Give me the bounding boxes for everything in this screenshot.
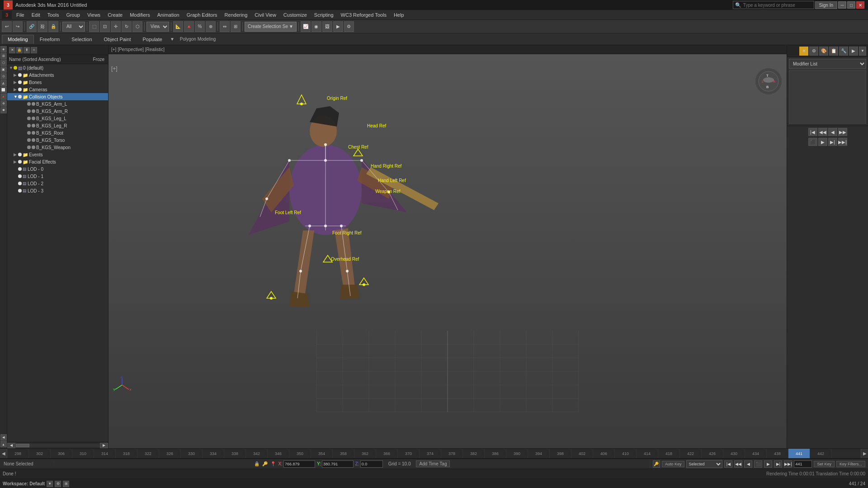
pb-stop[interactable]: ⬛ [754, 460, 762, 468]
timeline-prev[interactable]: ◀ [0, 449, 7, 459]
pb-prev-key[interactable]: ◀◀ [734, 460, 742, 468]
tb-align[interactable]: ⊞ [231, 21, 241, 32]
left-icon-8[interactable]: 🔺 [0, 94, 7, 100]
tl-441-current[interactable]: 441 [788, 449, 810, 459]
tl-342[interactable]: 342 [246, 449, 268, 459]
tl-302[interactable]: 302 [29, 449, 51, 459]
search-field[interactable] [743, 3, 807, 8]
select-filter-dropdown[interactable]: All [62, 22, 85, 32]
left-icon-2[interactable]: ⊞ [0, 53, 7, 59]
tl-326[interactable]: 326 [159, 449, 181, 459]
maximize-btn[interactable]: □ [847, 1, 855, 9]
tree-item-collision[interactable]: ▼ 📁 Collision Objects [7, 93, 108, 100]
tree-item-default[interactable]: ▼ ▤ 0 (default) [7, 64, 108, 71]
menu-help[interactable]: Help [390, 11, 408, 19]
menu-animation[interactable]: Animation [154, 11, 183, 19]
tree-item-lod0[interactable]: ▤ LOD - 0 [7, 165, 108, 173]
rp-icon4[interactable]: 📋 [829, 47, 838, 56]
tree-item-weapon[interactable]: B_KGS_Weapon [7, 144, 108, 151]
menu-scripting[interactable]: Scripting [311, 11, 337, 19]
y-input[interactable] [322, 460, 354, 468]
z-input[interactable] [360, 460, 383, 468]
tab-selection[interactable]: Selection [66, 35, 98, 44]
tl-406[interactable]: 406 [593, 449, 615, 459]
tab-freeform[interactable]: Freeform [34, 35, 66, 44]
rp-play-4[interactable]: ▶| [828, 138, 837, 146]
tl-366[interactable]: 366 [376, 449, 398, 459]
tb-mirror[interactable]: ⇔ [220, 21, 230, 32]
tb-spinner-snap[interactable]: ⊕ [206, 21, 216, 32]
tb-render3[interactable]: ⚙ [344, 21, 354, 32]
menu-edit[interactable]: Edit [28, 11, 44, 19]
tree-item-root[interactable]: B_KGS_Root [7, 129, 108, 136]
menu-tools[interactable]: Tools [44, 11, 63, 19]
rp-play-2[interactable]: ⬛ [808, 138, 817, 146]
tl-414[interactable]: 414 [637, 449, 658, 459]
tb-snap[interactable]: 📐 [173, 21, 183, 32]
tl-386[interactable]: 386 [485, 449, 506, 459]
left-icon-7[interactable]: ⬜ [0, 87, 7, 93]
tl-370[interactable]: 370 [398, 449, 420, 459]
key-icon[interactable]: 🔑 [262, 461, 268, 467]
tl-382[interactable]: 382 [463, 449, 485, 459]
search-input-container[interactable]: 🔍 [733, 1, 814, 9]
set-key-btn[interactable]: Set Key [814, 461, 835, 467]
pb-prev[interactable]: ◀ [744, 460, 752, 468]
tl-402[interactable]: 402 [571, 449, 593, 459]
tl-318[interactable]: 318 [116, 449, 137, 459]
pb-first[interactable]: |◀ [724, 460, 732, 468]
pb-play[interactable]: ▶ [764, 460, 772, 468]
tl-394[interactable]: 394 [528, 449, 550, 459]
pb-last[interactable]: ▶▶| [784, 460, 792, 468]
tab-modeling[interactable]: Modeling [2, 35, 34, 44]
rp-play-first[interactable]: |◀ [808, 128, 817, 136]
rp-play-pause[interactable]: ▶▶ [838, 128, 847, 136]
left-icon-3[interactable]: ⬡ [0, 60, 7, 66]
left-icon-10[interactable]: ✱ [0, 107, 7, 113]
tree-item-cameras[interactable]: ▶ 📁 Cameras [7, 86, 108, 93]
tl-398[interactable]: 398 [550, 449, 571, 459]
autokey-btn[interactable]: Auto Key [662, 461, 685, 467]
coord-icon[interactable]: 📍 [270, 461, 276, 467]
tree-item-lod1[interactable]: ▤ LOD - 1 [7, 173, 108, 180]
tb-select[interactable]: ⬚ [89, 21, 99, 32]
tree-item-lod3[interactable]: ▤ LOD - 3 [7, 187, 108, 194]
tl-330[interactable]: 330 [181, 449, 203, 459]
close-btn[interactable]: ✕ [856, 1, 864, 9]
scene-panel-add[interactable]: + [31, 47, 37, 53]
tb-angle-snap[interactable]: 🔺 [184, 21, 194, 32]
menu-civil-view[interactable]: Civil View [251, 11, 279, 19]
viewport-canvas[interactable]: Origin Ref Head Ref Chest Ref Hand Right… [108, 54, 787, 448]
tree-item-torso[interactable]: B_KGS_Torso [7, 136, 108, 144]
add-time-tag-btn[interactable]: Add Time Tag [416, 460, 450, 467]
tree-item-arm-l[interactable]: B_KGS_Arm_L [7, 100, 108, 108]
tl-298[interactable]: 298 [7, 449, 29, 459]
tree-item-events[interactable]: ▶ 📁 Events [7, 151, 108, 158]
left-icon-bottom1[interactable]: ◀ [0, 434, 7, 441]
viewport-plus[interactable]: [+] [111, 66, 118, 72]
tb-render2[interactable]: ▶ [333, 21, 343, 32]
dropdown-arrow-btn[interactable]: ▼ [168, 37, 176, 42]
left-icon-bottom2[interactable]: ▲ [0, 441, 7, 447]
menu-views[interactable]: Views [84, 11, 104, 19]
menu-wc3[interactable]: WC3 Reforged Tools [337, 11, 390, 19]
selected-dropdown[interactable]: Selected [686, 460, 722, 468]
tb-curve[interactable]: 📈 [301, 21, 311, 32]
rp-play-prev-key[interactable]: ◀◀ [818, 128, 827, 136]
tb-undo[interactable]: ↩ [2, 21, 12, 32]
workspace-layout[interactable]: ⊞ [63, 481, 69, 487]
tb-redo[interactable]: ↪ [13, 21, 23, 32]
tab-object-paint[interactable]: Object Paint [98, 35, 137, 44]
menu-rendering[interactable]: Rendering [221, 11, 251, 19]
tl-362[interactable]: 362 [354, 449, 376, 459]
tree-item-bones[interactable]: ▶ 📁 Bones [7, 79, 108, 86]
menu-create[interactable]: Create [104, 11, 126, 19]
menu-group[interactable]: Group [62, 11, 84, 19]
tb-unlink[interactable]: ⛓ [38, 21, 47, 32]
rp-play-3[interactable]: ▶ [818, 138, 827, 146]
rp-icon5[interactable]: 🔧 [839, 47, 848, 56]
rp-play-5[interactable]: ▶▶| [838, 138, 847, 146]
tl-310[interactable]: 310 [72, 449, 94, 459]
create-selection-btn[interactable]: Create Selection Se ▼ [245, 22, 297, 32]
tl-430[interactable]: 430 [723, 449, 745, 459]
